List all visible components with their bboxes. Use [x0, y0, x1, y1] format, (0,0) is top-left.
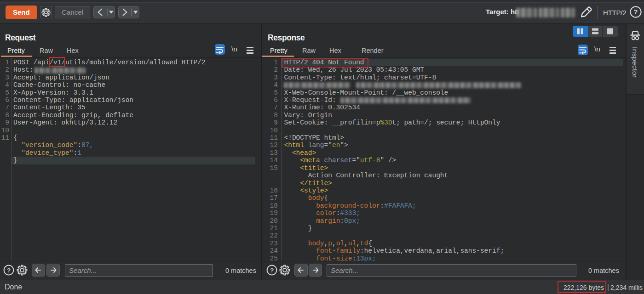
- svg-text:?: ?: [634, 8, 638, 16]
- svg-text:?: ?: [270, 267, 274, 274]
- svg-text:?: ?: [7, 267, 11, 274]
